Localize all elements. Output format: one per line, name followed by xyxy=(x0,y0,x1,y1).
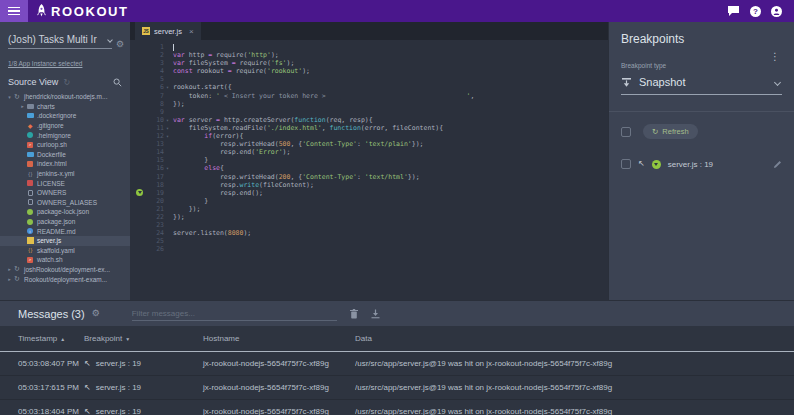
tree-item-skaffold-yaml[interactable]: { }skaffold.yaml xyxy=(0,246,130,256)
code-line-9[interactable]: 9 xyxy=(130,108,608,116)
download-messages-icon[interactable] xyxy=(371,309,380,319)
line-number[interactable]: 2 xyxy=(130,51,164,59)
column-header-breakpoint[interactable]: Breakpoint▼ xyxy=(84,334,203,343)
tree-item-license[interactable]: LICENSE xyxy=(0,178,130,188)
search-icon[interactable] xyxy=(113,78,122,87)
project-settings-gear-icon[interactable]: ⚙ xyxy=(116,40,124,49)
tree-item-charts[interactable]: ▸charts xyxy=(0,102,130,112)
line-number[interactable]: 21 xyxy=(130,205,164,213)
code-line-15[interactable]: 15 } xyxy=(130,156,608,164)
code-line-20[interactable]: 20 } xyxy=(130,197,608,205)
chevron-right-icon[interactable]: ▸ xyxy=(6,276,13,282)
line-number[interactable]: 23 xyxy=(130,221,164,229)
chevron-right-icon[interactable]: ▸ xyxy=(19,103,26,109)
project-selector[interactable]: (Josh) Tasks Multi Ir xyxy=(8,34,112,49)
code-line-7[interactable]: 7 token: ' < Insert your token here > ', xyxy=(130,92,608,100)
breakpoint-list-item[interactable]: ↖server.js : 19 xyxy=(621,159,782,169)
delete-messages-icon[interactable] xyxy=(350,309,358,319)
message-row[interactable]: 05:03:18:404 PM↖server.js : 19jx-rookout… xyxy=(0,400,794,415)
line-number[interactable]: 10 xyxy=(130,116,164,124)
line-number[interactable]: 18 xyxy=(130,181,164,189)
user-avatar-icon[interactable] xyxy=(771,6,782,17)
tab-server-js[interactable]: JS server.js × xyxy=(135,22,201,40)
code-line-14[interactable]: 14 resp.end('Error'); xyxy=(130,148,608,156)
hamburger-menu-button[interactable] xyxy=(0,0,28,22)
breakpoint-checkbox[interactable] xyxy=(621,159,631,169)
tree-item-owners[interactable]: OWNERS xyxy=(0,188,130,198)
tree-item-curloop-sh[interactable]: >curloop.sh xyxy=(0,140,130,150)
edit-breakpoint-icon[interactable] xyxy=(773,160,782,169)
code-line-1[interactable]: 1 xyxy=(130,43,608,51)
messages-settings-gear-icon[interactable]: ⚙ xyxy=(92,309,100,318)
line-number[interactable]: 16 xyxy=(130,164,164,172)
tree-item-owners-aliases[interactable]: OWNERS_ALIASES xyxy=(0,198,130,208)
fold-caret-icon[interactable]: ▾ xyxy=(164,164,171,172)
tree-item-jenkins-x-yml[interactable]: { }jenkins-x.yml xyxy=(0,169,130,179)
code-line-3[interactable]: 3var fileSystem = require('fs'); xyxy=(130,59,608,67)
code-line-26[interactable]: 26 xyxy=(130,245,608,253)
tree-item-index-html[interactable]: index.html xyxy=(0,159,130,169)
code-line-2[interactable]: 2var http = require('http'); xyxy=(130,51,608,59)
tree-item--dockerignore[interactable]: .dockerignore xyxy=(0,111,130,121)
chevron-down-icon[interactable]: ▾ xyxy=(6,94,13,100)
code-line-19[interactable]: 19 resp.end(); xyxy=(130,189,608,197)
column-header-timestamp[interactable]: Timestamp▲ xyxy=(0,334,84,343)
tree-item-dockerfile[interactable]: Dockerfile xyxy=(0,150,130,160)
breakpoint-type-select[interactable]: Snapshot xyxy=(621,69,782,95)
code-line-8[interactable]: 8}); xyxy=(130,100,608,108)
refresh-button[interactable]: ↻ Refresh xyxy=(643,124,698,139)
fold-caret-icon[interactable]: ▾ xyxy=(164,83,171,91)
line-number[interactable]: 20 xyxy=(130,197,164,205)
line-number[interactable]: 26 xyxy=(130,245,164,253)
code-line-25[interactable]: 25 xyxy=(130,237,608,245)
chevron-right-icon[interactable]: ▸ xyxy=(6,266,13,272)
code-area[interactable]: 12var http = require('http');3var fileSy… xyxy=(130,40,608,300)
code-line-12[interactable]: 12▾ if(error){ xyxy=(130,132,608,140)
chat-icon[interactable] xyxy=(727,5,740,17)
line-number[interactable]: 12 xyxy=(130,132,164,140)
code-line-10[interactable]: 10▾var server = http.createServer(functi… xyxy=(130,116,608,124)
line-number[interactable]: 8 xyxy=(130,100,164,108)
line-number[interactable]: 9 xyxy=(130,108,164,116)
tree-item--helmignore[interactable]: .helmignore xyxy=(0,130,130,140)
line-number[interactable]: 6 xyxy=(130,83,164,91)
line-number[interactable]: 7 xyxy=(130,92,164,100)
breakpoint-marker-icon[interactable] xyxy=(136,189,143,196)
line-number[interactable]: 3 xyxy=(130,59,164,67)
line-number[interactable]: 5 xyxy=(130,75,164,83)
help-icon[interactable]: ? xyxy=(750,6,761,17)
line-number[interactable]: 17 xyxy=(130,173,164,181)
line-number[interactable]: 22 xyxy=(130,213,164,221)
code-line-13[interactable]: 13 resp.writeHead(500, {'Content-Type': … xyxy=(130,140,608,148)
filter-messages-input[interactable] xyxy=(132,307,337,321)
tree-item-package-json[interactable]: package.json xyxy=(0,217,130,227)
line-number[interactable]: 4 xyxy=(130,67,164,75)
line-number[interactable]: 19 xyxy=(130,189,164,197)
fold-caret-icon[interactable]: ▾ xyxy=(164,116,171,124)
code-line-23[interactable]: 23 xyxy=(130,221,608,229)
tree-item--gitignore[interactable]: ◆.gitignore xyxy=(0,121,130,131)
code-line-21[interactable]: 21 }); xyxy=(130,205,608,213)
code-line-4[interactable]: 4const rookout = require('rookout'); xyxy=(130,67,608,75)
line-number[interactable]: 14 xyxy=(130,148,164,156)
code-line-17[interactable]: 17 resp.writeHead(200, {'Content-Type': … xyxy=(130,173,608,181)
tree-item-package-lock-json[interactable]: package-lock.json xyxy=(0,207,130,217)
line-number[interactable]: 1 xyxy=(130,43,164,51)
code-line-6[interactable]: 6▾rookout.start({ xyxy=(130,83,608,91)
fold-caret-icon[interactable]: ▾ xyxy=(164,124,171,132)
tree-item-rookout-deployment-exam-[interactable]: ▸↻Rookout/deployment-exam... xyxy=(0,274,130,284)
code-line-18[interactable]: 18 resp.write(fileContent); xyxy=(130,181,608,189)
line-number[interactable]: 15 xyxy=(130,156,164,164)
line-number[interactable]: 25 xyxy=(130,237,164,245)
tree-item-server-js[interactable]: server.js xyxy=(0,236,130,246)
code-line-24[interactable]: 24server.listen(8080); xyxy=(130,229,608,237)
tree-item-joshrookout-deployment-ex-[interactable]: ▸↻joshRookout/deployment-ex... xyxy=(0,265,130,275)
line-number[interactable]: 13 xyxy=(130,140,164,148)
app-instance-link[interactable]: 1/8 App Instance selected xyxy=(8,60,122,67)
code-line-11[interactable]: 11▾ fileSystem.readFile('./index.html', … xyxy=(130,124,608,132)
line-number[interactable]: 11 xyxy=(130,124,164,132)
refresh-sources-icon[interactable]: ↻ xyxy=(63,78,70,87)
fold-caret-icon[interactable]: ▾ xyxy=(164,132,171,140)
code-line-5[interactable]: 5 xyxy=(130,75,608,83)
message-row[interactable]: 05:03:08:407 PM↖server.js : 19jx-rookout… xyxy=(0,352,794,376)
